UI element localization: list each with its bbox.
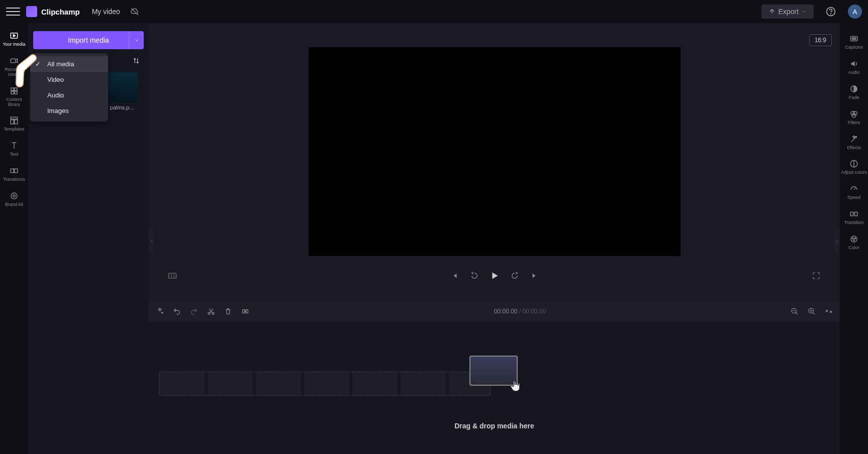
aspect-ratio-button[interactable]: 16:9 — [809, 34, 832, 46]
filter-menu-video[interactable]: Video — [30, 72, 108, 87]
right-rail-color[interactable]: Color — [840, 231, 868, 255]
filter-menu-images[interactable]: Images — [30, 103, 108, 119]
sidebar-item-content-library[interactable]: Content library — [0, 82, 28, 111]
text-icon — [9, 141, 19, 150]
fit-icon[interactable] — [825, 307, 833, 315]
svg-line-0 — [131, 8, 138, 15]
camera-icon — [9, 56, 19, 65]
magic-icon[interactable] — [156, 307, 164, 315]
sort-button[interactable] — [130, 54, 143, 67]
svg-point-32 — [853, 240, 854, 241]
right-rail-fade[interactable]: Fade — [840, 80, 868, 104]
import-chevron-icon[interactable] — [129, 31, 144, 49]
topbar: Clipchamp My video Export A — [0, 0, 868, 23]
player-controls — [149, 270, 840, 281]
filter-menu-audio[interactable]: Audio — [30, 87, 108, 103]
svg-rect-11 — [15, 120, 18, 124]
collapse-panel-left[interactable]: ‹ — [149, 229, 155, 253]
right-rail-effects[interactable]: Effects — [840, 131, 868, 155]
svg-point-37 — [245, 311, 246, 312]
transition-icon — [849, 209, 859, 218]
speed-icon — [849, 184, 859, 193]
svg-rect-10 — [11, 120, 14, 124]
svg-rect-27 — [850, 212, 853, 216]
svg-rect-9 — [11, 118, 18, 120]
right-rail: CC Captions Audio Fade Filters Effects A… — [840, 23, 868, 454]
templates-icon — [9, 116, 19, 125]
avatar[interactable]: A — [848, 5, 862, 19]
sidebar-item-brand-kit[interactable]: Brand kit — [0, 187, 28, 211]
drop-hint: Drag & drop media here — [149, 422, 840, 430]
check-icon: ✓ — [35, 60, 41, 68]
svg-point-30 — [852, 238, 853, 239]
svg-rect-6 — [15, 88, 17, 90]
import-media-button[interactable]: Import media — [33, 31, 144, 49]
preview-canvas[interactable] — [309, 47, 681, 256]
logo-icon — [26, 6, 37, 17]
play-button[interactable] — [489, 270, 500, 281]
svg-point-15 — [13, 195, 16, 197]
closed-captions-icon[interactable] — [167, 270, 178, 281]
app-logo[interactable]: Clipchamp — [26, 6, 80, 17]
export-button[interactable]: Export — [761, 5, 814, 19]
svg-text:CC: CC — [852, 37, 856, 40]
export-label: Export — [779, 8, 799, 16]
seek-back-icon[interactable] — [469, 270, 480, 281]
drag-cursor-icon — [509, 380, 522, 393]
timeline-toolbar: 00:00.00 / 00:00.00 — [149, 301, 840, 321]
upload-icon — [768, 8, 776, 15]
media-panel: Import media …mp4 Summer palms.p… ✓ All … — [28, 23, 149, 454]
zoom-in-icon[interactable] — [808, 307, 816, 315]
svg-line-40 — [796, 312, 798, 314]
sidebar-item-transitions[interactable]: Transitions — [0, 162, 28, 186]
video-title[interactable]: My video — [92, 8, 120, 16]
svg-point-31 — [854, 238, 855, 239]
effects-icon — [849, 135, 859, 144]
right-rail-filters[interactable]: Filters — [840, 105, 868, 130]
svg-point-29 — [851, 236, 857, 242]
right-rail-transition[interactable]: Transition — [840, 205, 868, 230]
delete-icon[interactable] — [224, 307, 232, 315]
svg-rect-4 — [11, 59, 16, 63]
filters-icon — [849, 109, 859, 119]
svg-rect-36 — [246, 310, 248, 313]
collapse-panel-right[interactable]: › — [834, 229, 840, 253]
svg-rect-13 — [15, 169, 18, 173]
skip-back-icon[interactable] — [449, 270, 460, 281]
svg-point-2 — [831, 14, 831, 14]
right-rail-audio[interactable]: Audio — [840, 55, 868, 79]
svg-rect-7 — [11, 91, 14, 93]
cloud-off-icon — [130, 7, 139, 16]
timeline[interactable]: Drag & drop media here — [149, 321, 840, 454]
svg-rect-28 — [855, 212, 857, 216]
sidebar-item-your-media[interactable]: Your media — [0, 27, 28, 51]
filter-menu-all-media[interactable]: ✓ All media — [30, 56, 108, 72]
svg-line-44 — [813, 312, 815, 314]
right-rail-speed[interactable]: Speed — [840, 180, 868, 204]
help-icon[interactable] — [826, 7, 836, 17]
left-rail: Your media Record & create Content libra… — [0, 23, 28, 454]
menu-button[interactable] — [6, 5, 20, 19]
svg-rect-12 — [11, 169, 14, 173]
sort-icon — [132, 57, 140, 65]
sidebar-item-templates[interactable]: Templates — [0, 112, 28, 136]
right-rail-adjust-colors[interactable]: Adjust colors — [840, 155, 868, 179]
fullscreen-icon[interactable] — [811, 270, 822, 281]
seek-forward-icon[interactable] — [509, 270, 520, 281]
brand-icon — [9, 191, 19, 200]
timeline-drop-zone[interactable] — [159, 372, 491, 396]
skip-forward-icon[interactable] — [529, 270, 540, 281]
right-rail-captions[interactable]: CC Captions — [840, 30, 868, 54]
zoom-out-icon[interactable] — [791, 307, 799, 315]
captions-icon: CC — [849, 34, 859, 43]
cut-icon[interactable] — [207, 307, 215, 315]
adjust-icon — [849, 159, 859, 168]
sidebar-item-record[interactable]: Record & create — [0, 52, 28, 81]
split-icon[interactable] — [241, 307, 249, 315]
sidebar-item-text[interactable]: Text — [0, 137, 28, 161]
filter-menu: ✓ All media Video Audio Images — [30, 53, 108, 122]
undo-icon[interactable] — [173, 307, 181, 315]
transitions-icon — [9, 166, 19, 175]
svg-point-25 — [852, 113, 856, 118]
redo-icon[interactable] — [190, 307, 198, 315]
